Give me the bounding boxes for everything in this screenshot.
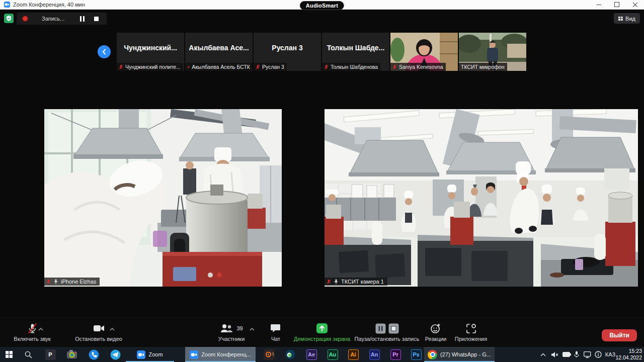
taskbar-recorder-app[interactable]	[262, 347, 276, 362]
battery-icon	[562, 352, 571, 357]
taskbar-illustrator[interactable]: Ai	[346, 347, 360, 362]
taskbar-zoom-meeting-window-button[interactable]: Zoom Конференц...	[185, 347, 256, 362]
audition-icon: Au	[328, 349, 338, 360]
desktop: Zoom Конференция, 40 мин AudioSmart Запи…	[0, 0, 644, 362]
phone-app-icon	[89, 349, 99, 360]
speaker-muted-icon	[551, 351, 558, 358]
participant-filmstrip: Чунджинский... Чунджинский полите... Акы…	[117, 33, 526, 71]
share-screen-icon	[316, 323, 328, 334]
window-titlebar: Zoom Конференция, 40 мин AudioSmart	[0, 0, 644, 10]
pinned-icon	[53, 279, 58, 285]
window-title: Zoom Конференция, 40 мин	[13, 2, 85, 8]
taskbar-premiere[interactable]: Pr	[388, 347, 403, 362]
participant-tile[interactable]: Толкын Шабде... Толкын Шабденова	[322, 33, 389, 71]
tray-show-hidden-icons[interactable]	[537, 347, 548, 362]
reactions-smiley-icon	[430, 323, 441, 334]
muted-mic-icon	[327, 279, 331, 285]
taskbar-audition[interactable]: Au	[326, 347, 340, 362]
unmute-button[interactable]: Включить звук	[4, 323, 60, 342]
screen-recorder-icon	[264, 349, 275, 360]
taskbar-photos-app[interactable]	[65, 347, 79, 362]
right-video-scene	[325, 109, 638, 287]
meeting-toolbar: Включить звук Остановить видео 39 Участн…	[0, 318, 644, 347]
video-camera-icon	[93, 324, 105, 333]
minimize-button[interactable]	[590, 0, 608, 9]
premiere-icon: Pr	[390, 349, 401, 360]
participant-label: Чунджинский полите...	[117, 63, 183, 71]
audiosmart-badge: AudioSmart	[300, 1, 344, 10]
zoom-app-icon	[190, 350, 198, 359]
chat-bubble-icon	[271, 324, 281, 333]
animate-icon: An	[369, 349, 380, 360]
pause-stop-recording-button[interactable]: Пауза/остановить запись	[346, 323, 428, 342]
tray-network-display[interactable]	[582, 347, 594, 362]
recording-label: Запись...	[42, 16, 64, 22]
taskbar-telegram-app[interactable]	[108, 347, 122, 362]
after-effects-icon: Ae	[306, 349, 317, 360]
pinned-icon	[334, 279, 339, 285]
telegram-icon	[110, 349, 121, 360]
pause-icon	[375, 323, 386, 334]
leave-meeting-button[interactable]: Выйти	[602, 329, 637, 341]
apps-button[interactable]: Приложения	[453, 323, 489, 342]
tray-audiosmart-app[interactable]	[593, 347, 604, 362]
participant-tile[interactable]: Чунджинский... Чунджинский полите...	[117, 33, 184, 71]
stop-icon	[388, 323, 399, 334]
ethernet-display-icon	[584, 351, 592, 358]
start-button[interactable]	[2, 347, 16, 362]
recording-dot-icon	[23, 16, 28, 21]
p-app-icon: P	[45, 349, 56, 360]
taskbar-phone-app[interactable]	[87, 347, 101, 362]
tray-date: 12.04.2022	[615, 354, 642, 361]
window-controls	[590, 0, 644, 9]
participant-tile[interactable]: Акылбаева Асе... Акылбаева Асель БСТК	[185, 33, 253, 71]
participant-display-name: Толкын Шабде...	[322, 44, 389, 52]
video-name-label: ТКСИТ камера 1	[325, 278, 387, 286]
stop-video-button[interactable]: Остановить видео	[63, 323, 134, 342]
participants-count: 39	[236, 325, 243, 331]
muted-mic-icon	[392, 64, 397, 70]
participant-display-name: Чунджинский...	[117, 44, 184, 52]
search-icon	[25, 351, 32, 358]
close-button[interactable]	[626, 0, 644, 9]
participant-label: Руслан 3	[254, 63, 287, 71]
windows-taskbar: P Zoom Zoom Конференц... Ae Au Ai	[0, 347, 644, 362]
participant-label: Saniya Kenesovna	[390, 63, 446, 71]
security-shield-icon[interactable]	[4, 14, 14, 23]
participant-tile-video[interactable]: Saniya Kenesovna	[390, 33, 458, 71]
taskbar-after-effects[interactable]: Ae	[304, 347, 318, 362]
taskbar-photoshop[interactable]: Ps	[409, 347, 423, 362]
participants-button[interactable]: 39 Участники	[205, 323, 258, 342]
pause-recording-button[interactable]	[77, 15, 87, 23]
view-button[interactable]: Вид	[614, 13, 640, 24]
scroll-thumbnails-left-button[interactable]	[98, 45, 111, 58]
muted-mic-icon	[324, 64, 329, 70]
video-options-chevron[interactable]	[110, 326, 115, 332]
participant-tile-video-active-speaker[interactable]: ТКСИТ микрофон	[459, 33, 526, 71]
taskbar-zoom-window-button[interactable]: Zoom	[126, 347, 174, 362]
zoom-app-icon	[4, 2, 10, 8]
tray-battery[interactable]	[560, 347, 573, 362]
muted-mic-icon	[119, 64, 123, 70]
audio-options-chevron[interactable]	[38, 326, 43, 332]
participants-icon	[220, 323, 233, 333]
reactions-button[interactable]: Реакции	[422, 323, 450, 342]
illustrator-icon: Ai	[348, 349, 359, 360]
participant-tile[interactable]: Руслан 3 Руслан 3	[254, 33, 321, 71]
tray-microphone[interactable]	[572, 347, 582, 362]
tray-circle-icon	[595, 351, 602, 358]
left-video-scene	[44, 109, 282, 287]
maximize-button[interactable]	[608, 0, 626, 9]
video-feed-left[interactable]: iPhone Elzhas	[44, 109, 282, 287]
zoom-app-icon	[137, 350, 145, 359]
taskbar-p-app[interactable]: P	[43, 347, 57, 362]
video-feed-right[interactable]: ТКСИТ камера 1	[325, 109, 638, 287]
taskbar-search-button[interactable]	[21, 347, 35, 362]
tray-clock[interactable]: 15:23 12.04.2022	[615, 348, 642, 361]
taskbar-chrome-whatsapp-button[interactable]: (27) WhatsApp - G...	[424, 347, 495, 362]
participants-options-chevron[interactable]	[250, 326, 255, 332]
taskbar-animate[interactable]: An	[367, 347, 381, 362]
taskbar-circle-app[interactable]	[283, 347, 297, 362]
stop-recording-button[interactable]	[92, 15, 101, 23]
tray-volume-muted[interactable]	[549, 347, 560, 362]
